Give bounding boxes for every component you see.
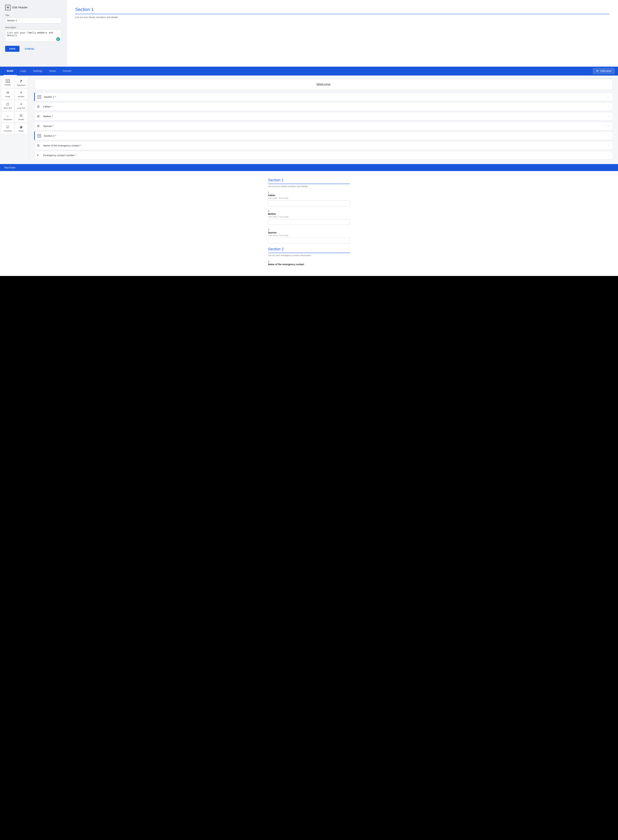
eye-icon: 👁: [596, 70, 599, 73]
spouse-icon: ⊡: [37, 125, 40, 128]
section1-icon: H: [38, 95, 41, 99]
sidebar-short-text-label: Short Text: [4, 107, 12, 109]
test-section1-title: Section 1: [268, 178, 350, 184]
cancel-button[interactable]: CANCEL: [22, 46, 37, 52]
mother-name: Mother: [268, 212, 350, 215]
section2-menu[interactable]: ···: [607, 134, 610, 138]
test-form-inner: Section 1 List out your family members a…: [268, 178, 350, 269]
preview-panel: Section 1 List out your family members a…: [67, 0, 618, 67]
sidebar-statement-label: Statement: [17, 84, 25, 86]
father-input[interactable]: [268, 200, 350, 206]
father-icon: ⊡: [37, 105, 40, 108]
sidebar-yesno-label: Yes/No: [18, 119, 24, 120]
spouse-menu[interactable]: ···: [607, 124, 610, 128]
emergency-name-menu[interactable]: ···: [607, 144, 610, 147]
spouse-label: Spouse *: [43, 125, 604, 128]
test-field-mother: 2. Mother Last name, First name: [268, 210, 350, 225]
spouse-num: 3.: [268, 228, 350, 231]
sidebar-item-number[interactable]: # Number: [15, 89, 28, 99]
father-hint: Last name, First name: [268, 197, 350, 199]
tab-build[interactable]: Build: [3, 67, 17, 76]
checkbox-icon: ☑: [6, 125, 9, 129]
edit-header-panel: H Edit Header Title Description List out…: [0, 0, 618, 67]
mother-input[interactable]: [268, 219, 350, 225]
edit-header-title: Edit Header: [12, 6, 28, 9]
form-row-mother[interactable]: ⊡ Mother * ···: [34, 112, 613, 121]
radio-icon: ◉: [20, 125, 22, 129]
emergency-name-icon: ⊡: [37, 144, 40, 147]
edit-panel: H Edit Header Title Description List out…: [0, 0, 67, 67]
form-row-father[interactable]: ⊡ Father * ···: [34, 102, 613, 111]
preview-button[interactable]: 👁 PREVIEW: [593, 68, 615, 74]
father-menu[interactable]: ···: [607, 105, 610, 108]
test-section1-desc: List out your family members and details: [268, 185, 350, 188]
emergency-num-menu[interactable]: ···: [607, 153, 610, 157]
spouse-hint: Last name, First name: [268, 234, 350, 237]
preview-section-desc: List out your family members and details: [75, 16, 609, 19]
title-input[interactable]: [5, 18, 61, 24]
sidebar-checkbox-label: Checkbox: [4, 130, 12, 132]
test-field-spouse: 3. Spouse Last name, First name: [268, 228, 350, 243]
builder-nav: Build Logic Settings Share Results 👁 PRE…: [0, 67, 618, 76]
tab-results[interactable]: Results: [59, 67, 75, 76]
spouse-input[interactable]: [268, 238, 350, 243]
form-builder-panel: Build Logic Settings Share Results 👁 PRE…: [0, 67, 618, 164]
statement-icon: ⁋: [20, 79, 22, 83]
header-icon: H: [6, 79, 10, 83]
h-icon: H: [5, 5, 10, 10]
form-row-section1[interactable]: H Section 1 * ···: [34, 92, 613, 101]
form-row-section2[interactable]: H Section 2 * ···: [34, 131, 613, 140]
sidebar-item-short-text[interactable]: ⊡ Short Text: [1, 100, 14, 111]
test-section2-desc: List out your emergency contact informat…: [268, 254, 350, 257]
tab-logic[interactable]: Logic: [17, 67, 30, 76]
sidebar-long-text-label: Long Text: [17, 107, 25, 109]
tab-share[interactable]: Share: [46, 67, 59, 76]
form-row-emergency-num[interactable]: # Emergency contact number * ···: [34, 151, 613, 160]
yesno-icon: ⊟: [20, 113, 22, 117]
sidebar-item-long-text[interactable]: ≡ Long Text: [15, 100, 28, 111]
form-canvas: Welcome H Section 1 * ··· ⊡ Father * ···…: [29, 76, 618, 164]
emergency-num-icon: #: [37, 154, 40, 157]
sidebar-item-header[interactable]: H Header: [1, 77, 14, 88]
father-num: 1.: [268, 191, 350, 194]
tab-settings[interactable]: Settings: [30, 67, 46, 76]
desc-label: Description: [5, 26, 61, 29]
title-label: Title: [5, 14, 61, 16]
sidebar: H Header ⁋ Statement ✉ Email # Number ⊡ …: [0, 76, 29, 164]
test-form-header: Test Form: [0, 164, 618, 171]
sidebar-item-email[interactable]: ✉ Email: [1, 89, 14, 99]
section1-menu[interactable]: ···: [607, 95, 610, 99]
emergency-contact-num: 4.: [268, 260, 350, 263]
form-row-spouse[interactable]: ⊡ Spouse * ···: [34, 122, 613, 131]
desc-textarea[interactable]: List out your family members and details: [5, 30, 61, 42]
sidebar-item-checkbox[interactable]: ☑ Checkbox: [1, 123, 14, 134]
sidebar-item-radio[interactable]: ◉ Radio: [15, 123, 28, 134]
section1-label: Section 1 *: [44, 95, 604, 98]
save-button[interactable]: SAVE: [5, 46, 19, 52]
sidebar-item-yesno[interactable]: ⊟ Yes/No: [15, 111, 28, 122]
short-text-icon: ⊡: [6, 102, 9, 106]
mother-num: 2.: [268, 210, 350, 212]
sidebar-number-label: Number: [18, 95, 24, 98]
section2-icon: H: [38, 134, 41, 138]
sidebar-radio-label: Radio: [19, 130, 24, 132]
section2-label: Section 2 *: [44, 134, 604, 137]
desc-wrapper: List out your family members and details…: [5, 30, 61, 42]
test-section2-title: Section 2: [268, 247, 350, 253]
sidebar-header-label: Header: [4, 84, 11, 86]
emergency-contact-name: Name of the emergency contact: [268, 263, 350, 266]
sidebar-item-dropdown[interactable]: ⌄ Dropdown: [1, 111, 14, 122]
edit-panel-header: H Edit Header: [5, 5, 61, 10]
sidebar-dropdown-label: Dropdown: [3, 119, 12, 120]
form-row-emergency-name[interactable]: ⊡ Name of the emergency contact * ···: [34, 141, 613, 150]
sidebar-email-label: Email: [5, 95, 10, 98]
welcome-block[interactable]: Welcome: [34, 79, 613, 90]
mother-menu[interactable]: ···: [607, 114, 610, 118]
preview-section-title: Section 1: [75, 7, 609, 14]
grammarly-icon: G: [56, 37, 60, 41]
test-field-father: 1. Father Last name, First name: [268, 191, 350, 206]
sidebar-item-statement[interactable]: ⁋ Statement: [15, 77, 28, 88]
action-buttons: SAVE CANCEL: [5, 46, 61, 52]
emergency-name-label: Name of the emergency contact *: [43, 144, 604, 147]
dropdown-icon: ⌄: [6, 113, 9, 117]
